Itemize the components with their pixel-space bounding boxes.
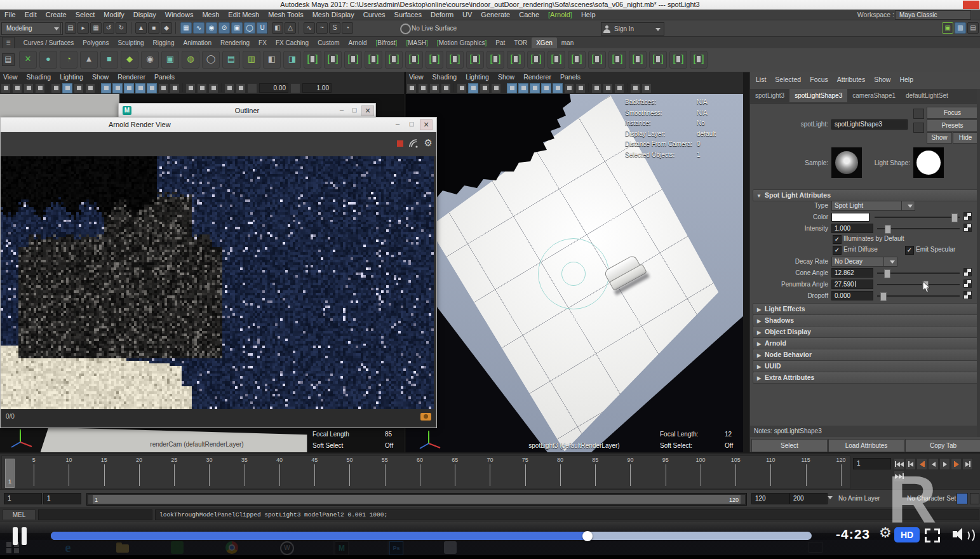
preview-refresh-icon[interactable]: ◧ — [263, 51, 281, 69]
workspace-selector[interactable]: Maya Classic — [895, 10, 971, 20]
playback-end-field[interactable]: 120 — [751, 493, 789, 504]
outliner-titlebar[interactable]: M Outliner – □ ✕ — [119, 104, 375, 118]
shelf-menu-icon[interactable]: ≡ — [2, 37, 15, 50]
intensity-field[interactable]: 1.000 — [831, 224, 873, 233]
pause-button[interactable] — [22, 527, 27, 545]
snap-to-projected-center-icon[interactable]: ⊙ — [218, 22, 230, 34]
shelf-tab-tor[interactable]: TOR — [509, 37, 532, 48]
safe-action-icon[interactable] — [158, 83, 168, 93]
ae-tab-cameraShape1[interactable]: cameraShape1 — [847, 89, 901, 102]
bracket-tool-icon-3[interactable]: [] — [344, 51, 362, 69]
menu-edit-mesh[interactable]: Edit Mesh — [224, 10, 264, 20]
type-dropdown[interactable]: Spot Light — [831, 201, 904, 211]
gate-mask-icon[interactable] — [541, 83, 551, 93]
use-default-material-icon[interactable] — [491, 83, 501, 93]
shelf-tab-animation[interactable]: Animation — [178, 37, 215, 48]
volume-icon[interactable] — [953, 526, 976, 542]
save-scene-icon[interactable]: ▦ — [90, 22, 102, 34]
snap-to-grid-icon[interactable]: ▦ — [180, 22, 192, 34]
panel-menu-show[interactable]: Show — [89, 72, 114, 82]
bracket-tool-icon-20[interactable]: [] — [690, 51, 708, 69]
panel-menu-renderer[interactable]: Renderer — [114, 72, 151, 82]
panel-menu-shading[interactable]: Shading — [23, 72, 57, 82]
menu-create[interactable]: Create — [41, 10, 71, 20]
select-camera-icon[interactable] — [1, 83, 11, 93]
place-guides-icon[interactable]: ◆ — [121, 51, 138, 69]
pin-tab-icon[interactable] — [913, 109, 924, 119]
panel-menu-show[interactable]: Show — [495, 72, 520, 82]
panel-menu-view[interactable]: View — [406, 72, 429, 82]
ae-menu-selected[interactable]: Selected — [770, 74, 805, 84]
grid-display-icon[interactable] — [507, 83, 517, 93]
panel-menu-shading[interactable]: Shading — [429, 72, 463, 82]
grid-display-icon[interactable] — [101, 83, 111, 93]
anim-end-field[interactable]: 200 — [789, 493, 828, 504]
joints-xray-icon[interactable] — [614, 83, 624, 93]
menu-set-selector[interactable]: Modeling — [1, 22, 63, 35]
resolution-gate-icon[interactable] — [124, 83, 134, 93]
lock-selection-icon[interactable]: △ — [285, 22, 296, 34]
bracket-tool-icon-17[interactable]: [] — [629, 51, 647, 69]
sphere-preview-icon[interactable]: ◔ — [60, 51, 77, 69]
render-flag-icon[interactable]: ◔ — [342, 22, 353, 34]
cone-angle-field[interactable]: 12.862 — [831, 268, 873, 278]
construction-icon[interactable]: S — [329, 22, 340, 34]
step-forward-button[interactable] — [962, 458, 973, 470]
auto-keyframe-icon[interactable] — [957, 493, 968, 504]
video-close-button[interactable] — [963, 1, 979, 9]
emit-diffuse-checkbox[interactable]: ✓ — [833, 246, 842, 255]
current-frame-field[interactable]: 1 — [853, 458, 891, 469]
field-chart-icon[interactable] — [553, 83, 563, 93]
focus-button[interactable]: Focus — [927, 107, 978, 119]
shelf-tab-rendering[interactable]: Rendering — [216, 37, 254, 48]
menu-mesh[interactable]: Mesh — [198, 10, 224, 20]
safe-title-icon[interactable] — [170, 83, 180, 93]
menu-deform[interactable]: Deform — [426, 10, 458, 20]
shelf-editor-icon[interactable]: ▤ — [2, 53, 15, 66]
bracket-tool-icon-2[interactable]: [] — [324, 51, 342, 69]
field-chart-icon[interactable] — [147, 83, 157, 93]
footer-select-button[interactable]: Select — [751, 439, 828, 452]
spotlight-viewport[interactable]: Backfaces:N/ASmoothness:N/AInstance:NoDi… — [406, 94, 743, 452]
ae-menu-help[interactable]: Help — [895, 74, 918, 84]
panel-menu-panels[interactable]: Panels — [557, 72, 586, 82]
channel-box-toggle-icon[interactable]: ▤ — [967, 22, 979, 34]
next-key-button[interactable] — [951, 458, 962, 470]
textured-icon[interactable] — [74, 83, 84, 93]
section-spot-light-attributes[interactable]: ▼Spot Light Attributes — [753, 189, 978, 201]
color-swatch[interactable] — [831, 213, 869, 222]
play-forward-button[interactable] — [939, 458, 950, 470]
map-button-icon[interactable] — [963, 280, 972, 288]
intensity-slider[interactable] — [877, 228, 960, 229]
map-button-icon[interactable] — [963, 291, 972, 299]
wireframe-icon[interactable] — [457, 83, 467, 93]
noise-modifier-icon[interactable]: ▣ — [161, 51, 179, 69]
isolate-select-icon[interactable] — [591, 83, 601, 93]
gear-icon[interactable]: ⚙ — [424, 137, 433, 149]
gamma-icon[interactable] — [236, 83, 246, 93]
video-scrubber-knob[interactable] — [582, 531, 593, 541]
show-button[interactable]: Show — [927, 132, 952, 144]
shelf-tab-xgen[interactable]: XGen — [532, 37, 557, 48]
bracket-tool-icon-15[interactable]: [] — [588, 51, 606, 69]
shelf-tab-polygons[interactable]: Polygons — [78, 37, 113, 48]
panel-menu-panels[interactable]: Panels — [151, 72, 180, 82]
bracket-tool-icon-12[interactable]: [] — [527, 51, 545, 69]
xgen-groom-icon[interactable]: ● — [39, 51, 57, 69]
shelf-tab-mash[interactable]: [MASH] — [401, 37, 432, 48]
command-input[interactable] — [38, 509, 152, 520]
safe-title-icon[interactable] — [575, 83, 586, 93]
menu-edit[interactable]: Edit — [20, 10, 41, 20]
attribute-editor-toggle-icon[interactable]: ▥ — [955, 22, 966, 34]
shelf-tab-fx-caching[interactable]: FX Caching — [271, 37, 313, 48]
gamma-icon[interactable] — [290, 83, 300, 93]
exposure-icon[interactable] — [224, 83, 234, 93]
dropoff-field[interactable]: 0.000 — [831, 291, 873, 300]
joints-xray-icon[interactable] — [208, 83, 218, 93]
use-default-material-icon[interactable] — [85, 83, 95, 93]
bracket-tool-icon-8[interactable]: [] — [446, 51, 464, 69]
redo-icon[interactable]: ↻ — [116, 22, 127, 34]
copy-node-icon[interactable] — [913, 123, 924, 133]
bracket-tool-icon-19[interactable]: [] — [669, 51, 687, 69]
shelf-tab-rigging[interactable]: Rigging — [149, 37, 179, 48]
